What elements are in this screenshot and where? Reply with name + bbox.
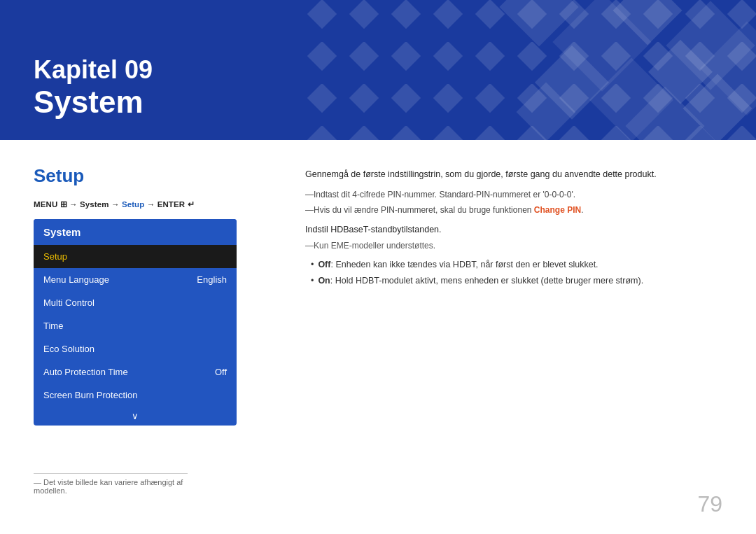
breadcrumb: MENU ⊞ → System → Setup → ENTER ↵ <box>34 199 272 209</box>
menu-item-language-value: English <box>197 274 227 285</box>
bullet-item-off: • Off: Enheden kan ikke tændes via HDBT,… <box>311 258 722 272</box>
menu-item-eco[interactable]: Eco Solution <box>34 337 237 360</box>
arrow-1: → <box>69 200 80 209</box>
menu-item-multicontrol[interactable]: Multi Control <box>34 291 237 314</box>
page-title: System <box>34 85 153 119</box>
menu-item-time[interactable]: Time <box>34 314 237 337</box>
desc-note1b-suffix: . <box>581 205 583 215</box>
menu-item-autoprotection-label: Auto Protection Time <box>43 367 128 377</box>
change-pin-link[interactable]: Change PIN <box>534 205 581 215</box>
menu-title: System <box>34 219 237 245</box>
header-pattern <box>301 0 756 140</box>
enter-icon: ↵ <box>188 200 195 209</box>
menu-item-multicontrol-label: Multi Control <box>43 297 94 308</box>
menu-item-screenburn-label: Screen Burn Protection <box>43 390 137 400</box>
menu-item-time-label: Time <box>43 321 63 331</box>
section-title: Setup <box>34 165 272 187</box>
desc-note1-text: Indtast dit 4-cifrede PIN-nummer. Standa… <box>314 190 575 199</box>
menu-item-language[interactable]: Menu Language English <box>34 268 237 291</box>
arrow-2: → <box>111 200 122 209</box>
desc-note2-text: Kun EME-modeller understøttes. <box>314 241 435 251</box>
left-panel: Setup MENU ⊞ → System → Setup → ENTER ↵ … <box>34 165 272 426</box>
desc-subtitle1: Indstil HDBaseT-standbytilstanden. <box>305 223 722 237</box>
page-header: Kapitel 09 System <box>0 0 756 140</box>
menu-item-screenburn[interactable]: Screen Burn Protection <box>34 384 237 407</box>
desc-note1: Indtast dit 4-cifrede PIN-nummer. Standa… <box>305 188 722 201</box>
breadcrumb-enter: ENTER <box>158 200 188 209</box>
bullet-off-text: Off: Enheden kan ikke tændes via HDBT, n… <box>318 258 598 272</box>
bullet-off-suffix: : Enheden kan ikke tændes via HDBT, når … <box>330 260 598 269</box>
menu-item-autoprotection[interactable]: Auto Protection Time Off <box>34 360 237 384</box>
breadcrumb-system: System <box>80 200 109 209</box>
bullet-item-on: • On: Hold HDBT-modulet aktivt, mens enh… <box>311 274 722 288</box>
menu-icon: ⊞ <box>60 200 67 209</box>
desc-note2: Kun EME-modeller understøttes. <box>305 239 722 252</box>
desc-note1b-prefix: Hvis du vil ændre PIN-nummeret, skal du … <box>314 205 534 215</box>
desc-note1b: Hvis du vil ændre PIN-nummeret, skal du … <box>305 204 722 216</box>
footer-note: ― Det viste billede kan variere afhængig… <box>34 473 188 495</box>
main-content: Setup MENU ⊞ → System → Setup → ENTER ↵ … <box>0 140 756 442</box>
footer-note-text: ― Det viste billede kan variere afhængig… <box>34 478 183 495</box>
menu-item-setup[interactable]: Setup <box>34 245 237 268</box>
menu-item-autoprotection-value: Off <box>215 367 227 377</box>
menu-item-language-label: Menu Language <box>43 274 109 285</box>
chapter-label: Kapitel 09 <box>34 55 153 85</box>
menu-item-eco-label: Eco Solution <box>43 344 94 354</box>
menu-chevron-down[interactable]: ∨ <box>34 407 237 426</box>
page-number: 79 <box>697 491 722 517</box>
bullet-on-text: On: Hold HDBT-modulet aktivt, mens enhed… <box>318 274 643 288</box>
bullet-list: • Off: Enheden kan ikke tændes via HDBT,… <box>305 258 722 288</box>
menu-item-setup-label: Setup <box>43 251 67 262</box>
menu-label: MENU <box>34 200 60 209</box>
desc-main-text: Gennemgå de første indstillingstrin, som… <box>305 168 722 181</box>
breadcrumb-setup: Setup <box>122 200 145 209</box>
arrow-3: → <box>147 200 158 209</box>
bullet-on-suffix: : Hold HDBT-modulet aktivt, mens enheden… <box>330 276 643 286</box>
system-menu: System Setup Menu Language English Multi… <box>34 219 237 426</box>
header-text-block: Kapitel 09 System <box>34 55 153 119</box>
right-panel: Gennemgå de første indstillingstrin, som… <box>305 165 722 426</box>
bullet-on-label: On <box>318 276 330 286</box>
bullet-off-label: Off <box>318 260 330 269</box>
bullet-dot-1: • <box>311 258 314 272</box>
bullet-dot-2: • <box>311 274 314 288</box>
